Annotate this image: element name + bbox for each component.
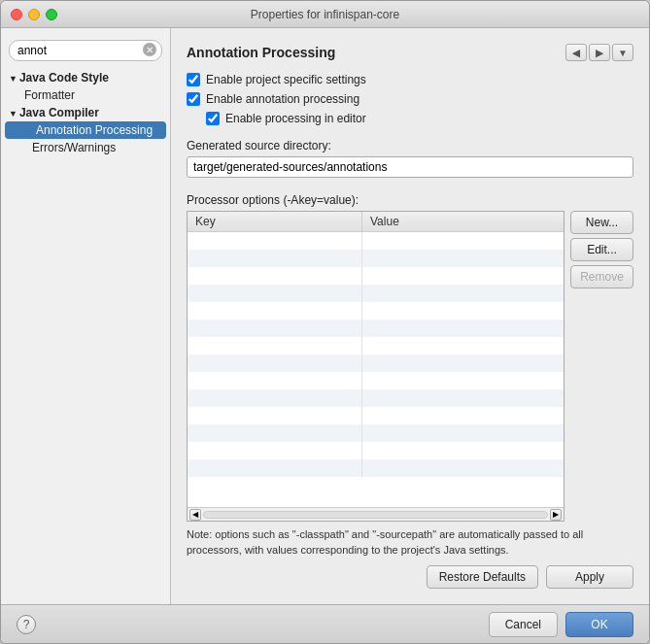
checkbox-enable-processing-editor: Enable processing in editor xyxy=(187,112,633,125)
checkbox-annotation-processing-input[interactable] xyxy=(187,92,200,106)
sidebar-item-errors-warnings[interactable]: Errors/Warnings xyxy=(1,139,170,156)
processor-options-table: Key Value xyxy=(187,211,564,522)
table-action-buttons: New... Edit... Remove xyxy=(570,211,633,522)
main-panel: Annotation Processing ◀ ▶ ▼ Enable proje… xyxy=(171,28,649,604)
table-header: Key Value xyxy=(188,212,564,232)
checkbox-enable-annotation-processing: Enable annotation processing xyxy=(187,92,633,106)
forward-icon: ▶ xyxy=(596,48,603,58)
source-dir-input[interactable] xyxy=(187,156,633,178)
remove-button[interactable]: Remove xyxy=(570,265,633,288)
sidebar-item-java-compiler[interactable]: ▼Java Compiler xyxy=(1,104,170,121)
column-header-value: Value xyxy=(362,212,564,231)
title-bar: Properties for infinispan-core xyxy=(1,1,649,28)
table-row xyxy=(188,372,564,390)
table-row xyxy=(188,442,564,459)
panel-title-row: Annotation Processing ◀ ▶ ▼ xyxy=(187,44,633,61)
column-header-key: Key xyxy=(188,212,362,231)
table-row xyxy=(188,285,564,302)
apply-button[interactable]: Apply xyxy=(546,565,633,589)
source-dir-label: Generated source directory: xyxy=(187,139,633,153)
sidebar-item-formatter[interactable]: Formatter xyxy=(1,86,170,104)
table-row xyxy=(188,459,564,477)
search-input[interactable] xyxy=(9,40,162,61)
footer-right-buttons: Cancel OK xyxy=(489,612,633,637)
dropdown-button[interactable]: ▼ xyxy=(612,44,633,61)
bottom-buttons-row: Restore Defaults Apply xyxy=(187,565,633,589)
table-row xyxy=(188,424,564,442)
panel-title-text: Annotation Processing xyxy=(187,45,335,60)
sidebar: ✕ ▼Java Code Style Formatter ▼Java Compi… xyxy=(1,28,171,604)
scroll-left-button[interactable]: ◀ xyxy=(189,509,201,521)
restore-defaults-button[interactable]: Restore Defaults xyxy=(427,565,538,589)
edit-button[interactable]: Edit... xyxy=(570,238,633,261)
content-area: ✕ ▼Java Code Style Formatter ▼Java Compi… xyxy=(1,28,649,604)
arrow-icon: ▼ xyxy=(9,74,17,84)
help-button[interactable]: ? xyxy=(17,615,36,634)
table-row xyxy=(188,232,564,250)
checkbox-project-specific-label: Enable project specific settings xyxy=(206,73,366,86)
note-text: Note: options such as "-classpath" and "… xyxy=(187,527,633,558)
search-container: ✕ xyxy=(1,36,170,69)
minimize-button[interactable] xyxy=(28,9,40,20)
dropdown-icon: ▼ xyxy=(618,48,628,58)
search-clear-button[interactable]: ✕ xyxy=(143,43,156,56)
table-row xyxy=(188,250,564,267)
back-icon: ◀ xyxy=(572,48,580,58)
checkbox-annotation-processing-label: Enable annotation processing xyxy=(206,92,359,106)
checkbox-processing-editor-label: Enable processing in editor xyxy=(225,112,366,125)
toolbar-icons: ◀ ▶ ▼ xyxy=(565,44,633,61)
maximize-button[interactable] xyxy=(46,9,57,20)
checkbox-enable-project-specific: Enable project specific settings xyxy=(187,73,633,86)
traffic-lights xyxy=(11,9,57,20)
table-row xyxy=(188,337,564,355)
ok-button[interactable]: OK xyxy=(565,612,633,637)
sidebar-item-annotation-processing[interactable]: Annotation Processing xyxy=(5,121,166,139)
table-row xyxy=(188,407,564,424)
new-button[interactable]: New... xyxy=(570,211,633,234)
table-body[interactable] xyxy=(188,232,564,507)
scroll-track[interactable] xyxy=(203,511,548,519)
close-button[interactable] xyxy=(11,9,22,20)
sidebar-item-java-code-style[interactable]: ▼Java Code Style xyxy=(1,69,170,86)
scroll-right-button[interactable]: ▶ xyxy=(550,509,562,521)
table-section: Key Value xyxy=(187,211,633,522)
processor-options-label: Processor options (-Akey=value): xyxy=(187,193,633,207)
main-window: Properties for infinispan-core ✕ ▼Java C… xyxy=(0,0,650,644)
forward-button[interactable]: ▶ xyxy=(589,44,610,61)
footer-bar: ? Cancel OK xyxy=(1,604,649,643)
table-row xyxy=(188,302,564,320)
horizontal-scrollbar[interactable]: ◀ ▶ xyxy=(188,507,564,521)
table-row xyxy=(188,355,564,372)
table-row xyxy=(188,267,564,285)
arrow-icon-compiler: ▼ xyxy=(9,109,17,119)
table-row xyxy=(188,320,564,337)
checkbox-processing-editor-input[interactable] xyxy=(206,112,220,125)
checkbox-project-specific-input[interactable] xyxy=(187,73,200,86)
cancel-button[interactable]: Cancel xyxy=(489,612,558,637)
table-row xyxy=(188,390,564,407)
window-title: Properties for infinispan-core xyxy=(251,8,399,21)
back-button[interactable]: ◀ xyxy=(565,44,587,61)
